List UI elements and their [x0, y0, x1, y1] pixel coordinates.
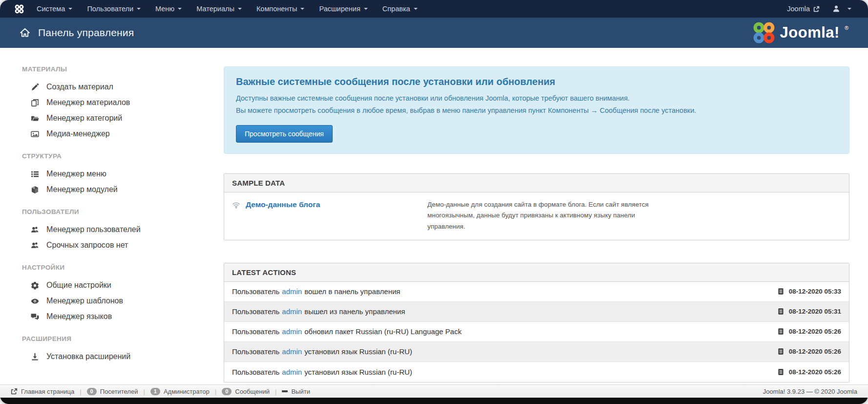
menu-system[interactable]: Система	[37, 5, 72, 13]
sidebar-item-label: Срочных запросов нет	[46, 241, 128, 250]
blog-sample-data-link[interactable]: Демо-данные блога	[246, 200, 320, 209]
home-icon	[20, 27, 30, 38]
visitors-count-badge: 0	[87, 388, 97, 395]
alert-text-line2: Вы можете просмотреть сообщения в любое …	[236, 106, 837, 114]
sidebar-item-install-extensions[interactable]: Установка расширений	[22, 349, 205, 364]
sidebar-item-template-manager[interactable]: Менеджер шаблонов	[22, 293, 205, 309]
alert-text-line1: Доступны важные системные сообщения посл…	[236, 94, 837, 102]
sidebar-section-content: МАТЕРИАЛЫ Создать материал Менеджер мате…	[22, 65, 205, 142]
logo-text: Joomla!	[780, 24, 840, 42]
comments-icon	[30, 313, 39, 321]
admin-sidebar: МАТЕРИАЛЫ Создать материал Менеджер мате…	[0, 48, 205, 404]
menu-help[interactable]: Справка	[382, 5, 418, 13]
sidebar-section-structure: СТРУКТУРА Менеджер меню Менеджер модулей	[22, 152, 205, 197]
action-timestamp: 08-12-2020 05:26	[789, 368, 841, 376]
sidebar-item-module-manager[interactable]: Менеджер модулей	[22, 182, 205, 197]
cube-icon	[30, 186, 39, 194]
sidebar-item-media-manager[interactable]: Медиа-менеджер	[22, 126, 205, 142]
sidebar-item-language-manager[interactable]: Менеджер языков	[22, 309, 205, 324]
sidebar-section-configuration: НАСТРОЙКИ Общие настройки Менеджер шабло…	[22, 264, 205, 324]
menu-components[interactable]: Компоненты	[256, 5, 305, 13]
sidebar-item-privacy-requests[interactable]: Срочных запросов нет	[22, 237, 205, 253]
eye-icon	[30, 297, 39, 305]
media-image-icon	[30, 130, 39, 138]
chevron-down-icon	[300, 8, 304, 10]
sidebar-item-label: Менеджер пользователей	[46, 225, 141, 234]
sample-data-description: Демо-данные для создания сайта в формате…	[427, 199, 657, 232]
sidebar-item-category-manager[interactable]: Менеджер категорий	[22, 110, 205, 126]
sample-data-panel: SAMPLE DATA Демо-данные блога Демо-данны…	[224, 173, 849, 240]
post-installation-alert: Важные системные сообщения после установ…	[224, 66, 849, 154]
action-timestamp: 08-12-2020 05:31	[789, 308, 841, 315]
copy-icon	[30, 99, 39, 107]
sidebar-item-label: Медиа-менеджер	[46, 129, 110, 138]
joomla-glyph-icon	[15, 4, 24, 14]
messages-stat[interactable]: 0 Сообщений	[222, 388, 270, 395]
joomla-logo-icon	[753, 21, 775, 44]
latest-actions-list: Пользователь admin вошел в панель управл…	[224, 282, 849, 382]
users-icon	[30, 241, 39, 250]
user-link[interactable]: admin	[282, 307, 302, 316]
sidebar-item-menu-manager[interactable]: Менеджер меню	[22, 166, 205, 182]
wifi-icon	[232, 201, 240, 209]
visitors-stat[interactable]: 0 Посетителей	[87, 388, 138, 395]
sidebar-item-label: Менеджер материалов	[46, 98, 130, 107]
user-link[interactable]: admin	[282, 327, 302, 336]
user-link[interactable]: admin	[282, 368, 302, 376]
sidebar-heading: РАСШИРЕНИЯ	[22, 335, 205, 342]
latest-actions-panel: LATEST ACTIONS Пользователь admin вошел …	[224, 263, 849, 383]
gear-icon	[30, 281, 39, 290]
users-icon	[30, 226, 39, 234]
view-site-link[interactable]: Joomla	[787, 5, 820, 13]
journal-icon	[777, 368, 784, 376]
action-timestamp: 08-12-2020 05:33	[789, 288, 841, 295]
admins-stat[interactable]: 1 Администратор	[150, 388, 210, 395]
window-bottom-strip	[0, 398, 868, 404]
page-title: Панель управления	[38, 27, 134, 39]
admins-count-badge: 1	[150, 388, 160, 395]
sample-data-row: Демо-данные блога Демо-данные для создан…	[224, 192, 849, 240]
journal-icon	[777, 308, 784, 315]
user-account-menu[interactable]	[832, 5, 851, 13]
sidebar-heading: НАСТРОЙКИ	[22, 264, 205, 271]
sidebar-item-user-manager[interactable]: Менеджер пользователей	[22, 222, 205, 237]
journal-icon	[777, 348, 784, 355]
menu-content[interactable]: Материалы	[196, 5, 242, 13]
sidebar-item-label: Создать материал	[46, 83, 113, 91]
menu-menus[interactable]: Меню	[155, 5, 182, 13]
menu-users[interactable]: Пользователи	[87, 5, 141, 13]
view-site-footer-link[interactable]: Главная страница	[11, 388, 74, 395]
action-row: Пользователь admin обновил пакет Russian…	[224, 322, 849, 342]
external-link-icon	[11, 388, 18, 395]
user-link[interactable]: admin	[282, 347, 302, 356]
menu-extensions[interactable]: Расширения	[319, 5, 367, 13]
action-row: Пользователь admin установил язык Russia…	[224, 342, 849, 362]
chevron-down-icon	[178, 8, 182, 10]
alert-title: Важные системные сообщения после установ…	[236, 76, 837, 87]
pencil-icon	[30, 83, 39, 91]
page-header: Панель управления Joomla! ®	[0, 18, 868, 48]
status-bar: Главная страница | 0 Посетителей | 1 Адм…	[0, 384, 868, 398]
journal-icon	[777, 288, 784, 295]
chevron-down-icon	[137, 8, 141, 10]
sample-data-panel-title: SAMPLE DATA	[224, 174, 849, 192]
admin-menu-bar: Система Пользователи Меню Материалы Комп…	[0, 0, 868, 18]
user-link[interactable]: admin	[282, 287, 302, 296]
sidebar-item-new-article[interactable]: Создать материал	[22, 79, 205, 95]
action-row: Пользователь admin вошел в панель управл…	[224, 282, 849, 302]
sidebar-item-label: Менеджер языков	[46, 312, 112, 321]
sidebar-item-label: Менеджер категорий	[46, 114, 122, 123]
logout-icon	[282, 390, 288, 392]
folder-icon	[30, 114, 39, 123]
sidebar-item-article-manager[interactable]: Менеджер материалов	[22, 95, 205, 110]
sidebar-heading: ПОЛЬЗОВАТЕЛИ	[22, 208, 205, 215]
sidebar-heading: МАТЕРИАЛЫ	[22, 65, 205, 73]
action-timestamp: 08-12-2020 05:26	[789, 348, 841, 355]
sidebar-item-global-configuration[interactable]: Общие настройки	[22, 277, 205, 293]
external-link-icon	[813, 6, 820, 12]
user-icon	[832, 5, 840, 13]
chevron-down-icon	[68, 8, 72, 10]
sidebar-item-label: Менеджер шаблонов	[46, 297, 123, 305]
review-messages-button[interactable]: Просмотреть сообщения	[236, 125, 333, 143]
logout-link[interactable]: Выйти	[282, 388, 310, 395]
